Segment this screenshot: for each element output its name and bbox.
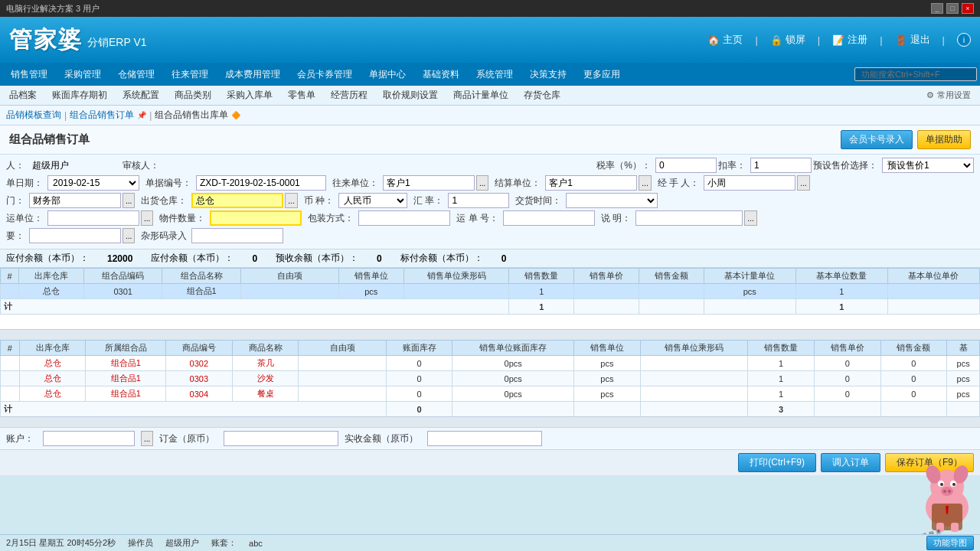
sub-nav-purchase-in[interactable]: 采购入库单	[220, 87, 279, 103]
order-no-label: 单据编号：	[145, 177, 194, 190]
datetime-label: 交货时间：	[515, 194, 564, 207]
lower-table-footer: 计 0 3	[1, 402, 980, 417]
ship-no-input[interactable]	[503, 210, 595, 226]
lower-table-row-3[interactable]: 总仓 组合品1 0304 餐桌 0 0pcs pcs 1 0 0 pcs	[1, 386, 980, 402]
actual-amount-input[interactable]	[427, 431, 542, 446]
handler-dots-btn[interactable]: ...	[797, 175, 809, 191]
nav-more[interactable]: 更多应用	[576, 63, 628, 86]
lower-col-warehouse: 出库仓库	[19, 341, 86, 356]
upper-col-baseprice: 基本单位单价	[887, 269, 979, 284]
nav-decision[interactable]: 决策支持	[522, 63, 574, 86]
sub-nav-category[interactable]: 商品类别	[168, 87, 217, 103]
uncollected-value: 0	[501, 253, 507, 264]
bottom-form-row: 账户： ... 订金（原币） 实收金额（原币）	[0, 427, 980, 449]
review-label: 审核人：	[122, 159, 162, 172]
info-link[interactable]: i	[957, 33, 971, 47]
warehouse-dots-btn[interactable]: ...	[285, 193, 297, 208]
function-map-button[interactable]: 功能导图	[926, 536, 974, 550]
settings-button[interactable]: ⚙ 常用设置	[920, 88, 977, 103]
lower-table-row-1[interactable]: 总仓 组合品1 0302 茶几 0 0pcs pcs 1 0 0 pcs	[1, 356, 980, 371]
require-input[interactable]	[29, 228, 121, 243]
order-no-input[interactable]	[196, 175, 326, 191]
nav-orders[interactable]: 单据中心	[361, 63, 413, 86]
sub-nav-retail[interactable]: 零售单	[282, 87, 322, 103]
logo-area: 管家婆 分销ERP V1	[9, 24, 147, 56]
sub-nav-price-rule[interactable]: 取价规则设置	[377, 87, 444, 103]
upper-col-qty: 销售数量	[509, 269, 574, 284]
close-button[interactable]: ×	[962, 3, 974, 14]
upper-col-code: 组合品编码	[84, 269, 162, 284]
nav-cost[interactable]: 成本费用管理	[217, 63, 288, 86]
nav-purchase[interactable]: 采购管理	[57, 63, 109, 86]
client-dots-btn[interactable]: ...	[476, 175, 488, 191]
price-select-label: 预设售价选择：	[813, 159, 880, 172]
lower-table-scrollbar[interactable]	[0, 416, 980, 427]
upper-table-row[interactable]: 总仓 0301 组合品1 pcs 1 pcs 1	[1, 284, 980, 299]
lower-col-name: 商品名称	[232, 341, 299, 356]
sub-nav-archive[interactable]: 品档案	[3, 87, 43, 103]
exit-link[interactable]: 🚪 退出	[895, 33, 930, 47]
maximize-button[interactable]: □	[946, 3, 959, 14]
cell-price	[574, 284, 639, 299]
price-select[interactable]: 预设售价1	[882, 158, 974, 173]
print-button[interactable]: 打印(Ctrl+F9)	[738, 453, 816, 472]
register-link[interactable]: 📝 注册	[832, 33, 867, 47]
settlement-dots-btn[interactable]: ...	[639, 175, 651, 191]
cell-amount	[639, 284, 704, 299]
dept-label: 门：	[6, 194, 28, 207]
nav-system[interactable]: 系统管理	[469, 63, 521, 86]
breadcrumb-item-2[interactable]: 组合品销售订单	[70, 109, 134, 122]
remark-input[interactable]	[635, 210, 743, 226]
logo-subtitle: 分销ERP V1	[87, 36, 147, 50]
status-account-label: 账套：	[211, 537, 237, 549]
account-dots-btn[interactable]: ...	[141, 431, 153, 446]
nav-transactions[interactable]: 往来管理	[164, 63, 216, 86]
nav-member[interactable]: 会员卡券管理	[289, 63, 360, 86]
date-select[interactable]: 2019-02-15	[47, 175, 139, 191]
member-card-btn[interactable]: 会员卡号录入	[841, 130, 913, 149]
settlement-input[interactable]	[545, 175, 637, 191]
exchange-input[interactable]	[448, 193, 509, 208]
warehouse-input[interactable]	[191, 193, 283, 208]
handler-input[interactable]	[704, 175, 795, 191]
cell-baseunit: pcs	[704, 284, 795, 299]
package-input[interactable]	[358, 210, 450, 226]
ship-dots-btn[interactable]: ...	[141, 210, 153, 226]
require-dots-btn[interactable]: ...	[122, 228, 135, 243]
ship-input[interactable]	[47, 210, 139, 226]
tax-input[interactable]: 0	[655, 158, 717, 173]
discount-input[interactable]: 1	[750, 158, 812, 173]
order-amount-input[interactable]	[224, 431, 338, 446]
breadcrumb-item-1[interactable]: 品销模板查询	[6, 109, 61, 122]
account-input[interactable]	[43, 431, 135, 446]
lower-table-row-2[interactable]: 总仓 组合品1 0303 沙发 0 0pcs pcs 1 0 0 pcs	[1, 371, 980, 386]
home-link[interactable]: 🏠 主页	[707, 33, 743, 47]
dept-dots-btn[interactable]: ...	[122, 193, 135, 208]
datetime-select[interactable]	[566, 193, 658, 208]
sub-nav-inventory[interactable]: 存货仓库	[518, 87, 567, 103]
exchange-label: 汇 率：	[413, 194, 446, 207]
sub-nav-unit[interactable]: 商品计量单位	[447, 87, 514, 103]
import-button[interactable]: 调入订单	[821, 453, 880, 472]
currency-select[interactable]: 人民币	[338, 193, 407, 208]
dept-input[interactable]	[29, 193, 121, 208]
upper-table-scrollbar[interactable]	[0, 329, 980, 340]
page-title: 组合品销售订单	[9, 132, 90, 147]
remark-dots-btn[interactable]: ...	[744, 210, 756, 226]
sub-nav-stock-init[interactable]: 账面库存期初	[46, 87, 113, 103]
item-count-input[interactable]	[210, 210, 302, 226]
sub-nav-config[interactable]: 系统配置	[116, 87, 165, 103]
sub-nav-history[interactable]: 经营历程	[325, 87, 374, 103]
minimize-button[interactable]: _	[931, 3, 943, 14]
lower-col-no: #	[1, 341, 20, 356]
nav-basic[interactable]: 基础资料	[415, 63, 467, 86]
nav-warehouse[interactable]: 仓储管理	[110, 63, 162, 86]
nav-search-input[interactable]	[854, 67, 977, 81]
breadcrumb-close-icon[interactable]: 🔶	[231, 111, 240, 119]
nav-sales[interactable]: 销售管理	[3, 63, 55, 86]
lock-link[interactable]: 🔒 锁屏	[770, 33, 805, 47]
client-input[interactable]	[383, 175, 475, 191]
balance-value: 12000	[107, 253, 132, 264]
help-btn[interactable]: 单据助助	[917, 130, 971, 149]
barcode-input[interactable]	[191, 228, 283, 243]
